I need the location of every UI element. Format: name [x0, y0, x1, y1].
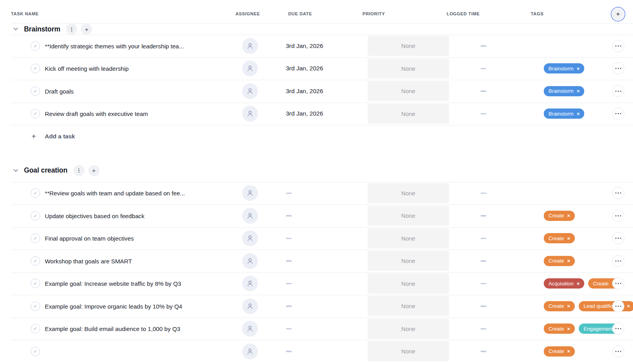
- tag-remove-icon[interactable]: ×: [577, 88, 580, 94]
- task-complete-checkbox[interactable]: ✓: [31, 86, 40, 96]
- task-name[interactable]: Review draft goals with executive team: [45, 110, 148, 117]
- due-date-cell[interactable]: [286, 318, 292, 340]
- task-name[interactable]: Example goal: Increase website traffic b…: [45, 280, 181, 287]
- task-complete-checkbox[interactable]: ✓: [31, 64, 40, 73]
- due-date-cell[interactable]: [286, 295, 292, 318]
- priority-cell[interactable]: None: [368, 251, 449, 271]
- tag-pill[interactable]: Create×: [544, 324, 575, 334]
- logged-time-cell[interactable]: [480, 295, 486, 318]
- assignee-button[interactable]: [242, 208, 258, 224]
- priority-cell[interactable]: None: [368, 104, 449, 124]
- task-complete-checkbox[interactable]: ✓: [31, 211, 40, 221]
- priority-cell[interactable]: None: [368, 206, 449, 226]
- logged-time-cell[interactable]: [480, 272, 486, 295]
- logged-time-cell[interactable]: [480, 35, 486, 57]
- logged-time-cell[interactable]: [480, 250, 486, 272]
- tag-pill[interactable]: Brainstorm×: [544, 86, 584, 96]
- due-date-cell[interactable]: [286, 182, 292, 205]
- logged-time-cell[interactable]: [480, 204, 486, 227]
- task-name[interactable]: Update objectives based on feedback: [45, 212, 144, 219]
- priority-cell[interactable]: None: [368, 81, 449, 101]
- due-date-cell[interactable]: [286, 340, 292, 363]
- assignee-button[interactable]: [242, 344, 258, 359]
- tag-pill[interactable]: Create×: [544, 211, 575, 221]
- tag-remove-icon[interactable]: ×: [627, 303, 630, 309]
- due-date-cell[interactable]: [286, 250, 292, 272]
- tag-remove-icon[interactable]: ×: [567, 235, 570, 241]
- assignee-button[interactable]: [242, 61, 258, 76]
- task-name[interactable]: Example goal: Build email audience to 1,…: [45, 325, 180, 332]
- logged-time-cell[interactable]: [480, 103, 486, 125]
- section-add-task-button[interactable]: +: [81, 24, 92, 35]
- tag-pill[interactable]: Lead qualification×: [579, 301, 633, 311]
- tag-remove-icon[interactable]: ×: [567, 303, 570, 309]
- task-complete-checkbox[interactable]: ✓: [31, 233, 40, 243]
- tag-pill[interactable]: Create×: [544, 301, 575, 311]
- row-menu-button[interactable]: [612, 40, 624, 52]
- logged-time-cell[interactable]: [480, 227, 486, 250]
- section-menu-button[interactable]: ⋮: [74, 165, 85, 176]
- priority-cell[interactable]: None: [368, 274, 449, 294]
- assignee-button[interactable]: [242, 230, 258, 246]
- tag-remove-icon[interactable]: ×: [567, 326, 570, 332]
- section-add-task-button[interactable]: +: [88, 165, 99, 176]
- logged-time-cell[interactable]: [480, 80, 486, 103]
- task-complete-checkbox[interactable]: ✓: [31, 324, 40, 333]
- due-date-cell[interactable]: 3rd Jan, 2026: [286, 57, 323, 80]
- row-menu-button[interactable]: [612, 210, 624, 222]
- add-column-button[interactable]: +: [612, 8, 624, 20]
- tag-pill[interactable]: Acquisition×: [544, 278, 584, 289]
- task-complete-checkbox[interactable]: ✓: [31, 279, 40, 288]
- priority-cell[interactable]: None: [368, 319, 449, 339]
- assignee-button[interactable]: [242, 321, 258, 336]
- section-menu-button[interactable]: ⋮: [66, 24, 77, 35]
- assignee-button[interactable]: [242, 298, 258, 314]
- tag-remove-icon[interactable]: ×: [567, 258, 570, 264]
- task-name[interactable]: Workshop that goals are SMART: [45, 257, 132, 264]
- row-menu-button[interactable]: [612, 85, 624, 97]
- row-menu-button[interactable]: [612, 345, 624, 357]
- due-date-cell[interactable]: 3rd Jan, 2026: [286, 103, 323, 125]
- priority-cell[interactable]: None: [368, 183, 449, 203]
- due-date-cell[interactable]: [286, 227, 292, 250]
- task-complete-checkbox[interactable]: ✓: [31, 347, 40, 356]
- row-menu-button[interactable]: [612, 300, 624, 312]
- collapse-section-button[interactable]: [12, 25, 20, 33]
- task-name[interactable]: Kick off meeting with leadership: [45, 65, 129, 72]
- task-name[interactable]: Draft goals: [45, 88, 74, 94]
- tag-remove-icon[interactable]: ×: [577, 281, 580, 287]
- logged-time-cell[interactable]: [480, 182, 486, 205]
- tag-remove-icon[interactable]: ×: [577, 111, 580, 117]
- assignee-button[interactable]: [242, 276, 258, 291]
- task-name[interactable]: Final approval on team objectives: [45, 235, 134, 242]
- tag-pill[interactable]: Brainstorm×: [544, 63, 584, 74]
- tag-remove-icon[interactable]: ×: [567, 348, 570, 354]
- row-menu-button[interactable]: [612, 255, 624, 267]
- assignee-button[interactable]: [242, 106, 258, 121]
- collapse-section-button[interactable]: [12, 167, 20, 175]
- row-menu-button[interactable]: [612, 323, 624, 335]
- due-date-cell[interactable]: 3rd Jan, 2026: [286, 80, 323, 103]
- task-complete-checkbox[interactable]: ✓: [31, 256, 40, 266]
- task-name[interactable]: Example goal: Improve organic leads by 1…: [45, 303, 182, 309]
- add-task-row[interactable]: + Add a task: [0, 125, 633, 148]
- tag-pill[interactable]: Brainstorm×: [544, 108, 584, 119]
- row-menu-button[interactable]: [612, 278, 624, 290]
- priority-cell[interactable]: None: [368, 341, 449, 361]
- due-date-cell[interactable]: [286, 272, 292, 295]
- due-date-cell[interactable]: [286, 204, 292, 227]
- task-complete-checkbox[interactable]: ✓: [31, 41, 40, 51]
- assignee-button[interactable]: [242, 185, 258, 201]
- task-name[interactable]: **Identify strategic themes with your le…: [45, 42, 184, 49]
- tag-remove-icon[interactable]: ×: [567, 213, 570, 219]
- logged-time-cell[interactable]: [480, 57, 486, 80]
- tag-pill[interactable]: Create×: [544, 346, 575, 357]
- row-menu-button[interactable]: [612, 232, 624, 245]
- tag-pill[interactable]: Create×: [544, 233, 575, 243]
- priority-cell[interactable]: None: [368, 36, 449, 56]
- logged-time-cell[interactable]: [480, 318, 486, 340]
- due-date-cell[interactable]: 3rd Jan, 2026: [286, 35, 323, 57]
- task-complete-checkbox[interactable]: ✓: [31, 109, 40, 118]
- row-menu-button[interactable]: [612, 63, 624, 75]
- row-menu-button[interactable]: [612, 108, 624, 120]
